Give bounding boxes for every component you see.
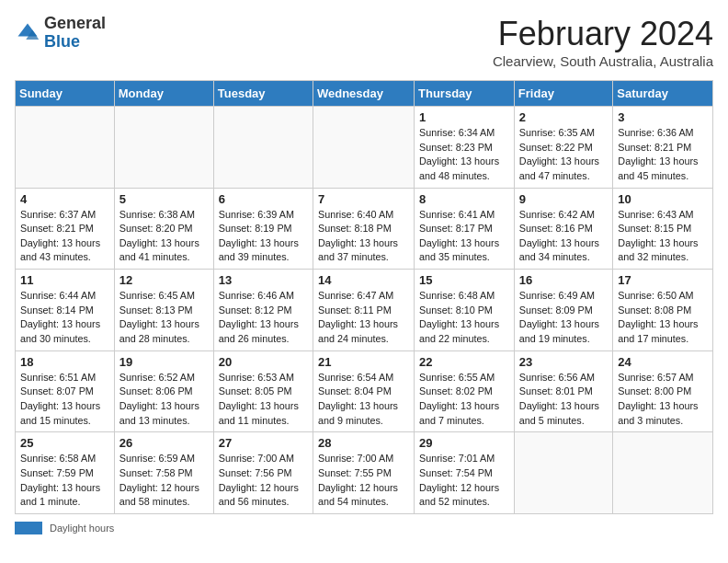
day-info: Sunrise: 6:39 AM Sunset: 8:19 PM Dayligh… [219,208,308,266]
day-info: Sunrise: 6:43 AM Sunset: 8:15 PM Dayligh… [618,208,708,266]
day-number: 10 [618,192,708,206]
logo-icon [15,20,40,46]
calendar-day-cell: 16Sunrise: 6:49 AM Sunset: 8:09 PM Dayli… [514,270,613,351]
day-info: Sunrise: 6:41 AM Sunset: 8:17 PM Dayligh… [419,208,509,266]
day-number: 27 [219,436,308,450]
calendar-week-row: 11Sunrise: 6:44 AM Sunset: 8:14 PM Dayli… [16,270,713,351]
calendar-body: 1Sunrise: 6:34 AM Sunset: 8:23 PM Daylig… [16,107,713,514]
day-number: 16 [519,273,609,287]
calendar-day-cell: 18Sunrise: 6:51 AM Sunset: 8:07 PM Dayli… [16,350,115,432]
day-info: Sunrise: 6:45 AM Sunset: 8:13 PM Dayligh… [119,289,209,347]
calendar-header-day: Tuesday [213,81,313,107]
calendar-day-cell: 23Sunrise: 6:56 AM Sunset: 8:01 PM Dayli… [514,350,613,432]
calendar-week-row: 18Sunrise: 6:51 AM Sunset: 8:07 PM Dayli… [16,350,713,432]
day-number: 18 [20,355,109,369]
day-info: Sunrise: 6:56 AM Sunset: 8:01 PM Dayligh… [519,371,609,429]
day-number: 29 [419,436,509,450]
calendar-day-cell: 9Sunrise: 6:42 AM Sunset: 8:16 PM Daylig… [514,188,613,270]
day-info: Sunrise: 6:42 AM Sunset: 8:16 PM Dayligh… [519,208,609,266]
calendar-day-cell: 7Sunrise: 6:40 AM Sunset: 8:18 PM Daylig… [313,188,414,270]
calendar-header-day: Saturday [613,81,713,107]
calendar-day-cell: 26Sunrise: 6:59 AM Sunset: 7:58 PM Dayli… [114,432,213,514]
calendar-title: February 2024 [493,15,713,53]
daylight-color-box [15,522,42,534]
day-number: 26 [119,436,209,450]
day-number: 14 [318,273,409,287]
calendar-day-cell: 2Sunrise: 6:35 AM Sunset: 8:22 PM Daylig… [514,107,613,189]
calendar-day-cell: 25Sunrise: 6:58 AM Sunset: 7:59 PM Dayli… [16,432,115,514]
calendar-header-day: Wednesday [313,81,414,107]
calendar-day-cell: 13Sunrise: 6:46 AM Sunset: 8:12 PM Dayli… [213,270,313,351]
footer: Daylight hours [15,522,713,534]
calendar-header-day: Thursday [415,81,515,107]
calendar-day-cell: 21Sunrise: 6:54 AM Sunset: 8:04 PM Dayli… [313,350,414,432]
day-number: 4 [20,192,109,206]
calendar-day-cell: 10Sunrise: 6:43 AM Sunset: 8:15 PM Dayli… [613,188,713,270]
day-info: Sunrise: 6:46 AM Sunset: 8:12 PM Dayligh… [219,289,308,347]
calendar-day-cell [114,107,213,189]
day-info: Sunrise: 7:00 AM Sunset: 7:55 PM Dayligh… [318,452,409,510]
day-number: 12 [119,273,209,287]
day-number: 8 [419,192,509,206]
calendar-day-cell: 4Sunrise: 6:37 AM Sunset: 8:21 PM Daylig… [16,188,115,270]
day-number: 24 [618,355,708,369]
day-number: 2 [519,110,609,124]
calendar-subtitle: Clearview, South Australia, Australia [493,53,713,69]
day-info: Sunrise: 6:51 AM Sunset: 8:07 PM Dayligh… [20,371,109,429]
day-info: Sunrise: 6:36 AM Sunset: 8:21 PM Dayligh… [618,126,708,184]
calendar-day-cell: 1Sunrise: 6:34 AM Sunset: 8:23 PM Daylig… [415,107,515,189]
day-info: Sunrise: 6:54 AM Sunset: 8:04 PM Dayligh… [318,371,409,429]
day-info: Sunrise: 6:40 AM Sunset: 8:18 PM Dayligh… [318,208,409,266]
title-section: February 2024 Clearview, South Australia… [493,15,713,69]
calendar-day-cell: 19Sunrise: 6:52 AM Sunset: 8:06 PM Dayli… [114,350,213,432]
logo-blue-text: Blue [44,32,80,51]
day-number: 3 [618,110,708,124]
day-number: 20 [219,355,308,369]
day-info: Sunrise: 6:55 AM Sunset: 8:02 PM Dayligh… [419,371,509,429]
calendar-day-cell: 15Sunrise: 6:48 AM Sunset: 8:10 PM Dayli… [415,270,515,351]
day-info: Sunrise: 6:37 AM Sunset: 8:21 PM Dayligh… [20,208,109,266]
calendar-day-cell: 28Sunrise: 7:00 AM Sunset: 7:55 PM Dayli… [313,432,414,514]
day-number: 17 [618,273,708,287]
calendar-day-cell: 29Sunrise: 7:01 AM Sunset: 7:54 PM Dayli… [415,432,515,514]
day-info: Sunrise: 6:48 AM Sunset: 8:10 PM Dayligh… [419,289,509,347]
day-info: Sunrise: 7:01 AM Sunset: 7:54 PM Dayligh… [419,452,509,510]
calendar-table: SundayMondayTuesdayWednesdayThursdayFrid… [15,80,713,514]
calendar-day-cell [213,107,313,189]
calendar-day-cell: 11Sunrise: 6:44 AM Sunset: 8:14 PM Dayli… [16,270,115,351]
day-number: 15 [419,273,509,287]
day-number: 28 [318,436,409,450]
calendar-day-cell [613,432,713,514]
calendar-header-day: Sunday [16,81,115,107]
calendar-day-cell: 3Sunrise: 6:36 AM Sunset: 8:21 PM Daylig… [613,107,713,189]
day-number: 23 [519,355,609,369]
daylight-label: Daylight hours [50,523,114,534]
calendar-day-cell: 6Sunrise: 6:39 AM Sunset: 8:19 PM Daylig… [213,188,313,270]
day-info: Sunrise: 6:35 AM Sunset: 8:22 PM Dayligh… [519,126,609,184]
day-info: Sunrise: 6:49 AM Sunset: 8:09 PM Dayligh… [519,289,609,347]
day-number: 5 [119,192,209,206]
day-info: Sunrise: 6:59 AM Sunset: 7:58 PM Dayligh… [119,452,209,510]
calendar-day-cell: 14Sunrise: 6:47 AM Sunset: 8:11 PM Dayli… [313,270,414,351]
calendar-day-cell: 12Sunrise: 6:45 AM Sunset: 8:13 PM Dayli… [114,270,213,351]
calendar-day-cell: 5Sunrise: 6:38 AM Sunset: 8:20 PM Daylig… [114,188,213,270]
day-info: Sunrise: 6:52 AM Sunset: 8:06 PM Dayligh… [119,371,209,429]
calendar-day-cell [313,107,414,189]
calendar-header-day: Monday [114,81,213,107]
calendar-day-cell [514,432,613,514]
calendar-day-cell: 22Sunrise: 6:55 AM Sunset: 8:02 PM Dayli… [415,350,515,432]
day-number: 9 [519,192,609,206]
day-number: 13 [219,273,308,287]
day-info: Sunrise: 6:58 AM Sunset: 7:59 PM Dayligh… [20,452,109,510]
logo: General Blue [15,15,106,52]
day-number: 19 [119,355,209,369]
day-info: Sunrise: 6:47 AM Sunset: 8:11 PM Dayligh… [318,289,409,347]
page-header: General Blue February 2024 Clearview, So… [15,15,713,69]
calendar-day-cell: 8Sunrise: 6:41 AM Sunset: 8:17 PM Daylig… [415,188,515,270]
calendar-day-cell: 17Sunrise: 6:50 AM Sunset: 8:08 PM Dayli… [613,270,713,351]
day-info: Sunrise: 6:34 AM Sunset: 8:23 PM Dayligh… [419,126,509,184]
day-info: Sunrise: 6:57 AM Sunset: 8:00 PM Dayligh… [618,371,708,429]
day-info: Sunrise: 6:50 AM Sunset: 8:08 PM Dayligh… [618,289,708,347]
day-number: 25 [20,436,109,450]
calendar-day-cell: 27Sunrise: 7:00 AM Sunset: 7:56 PM Dayli… [213,432,313,514]
